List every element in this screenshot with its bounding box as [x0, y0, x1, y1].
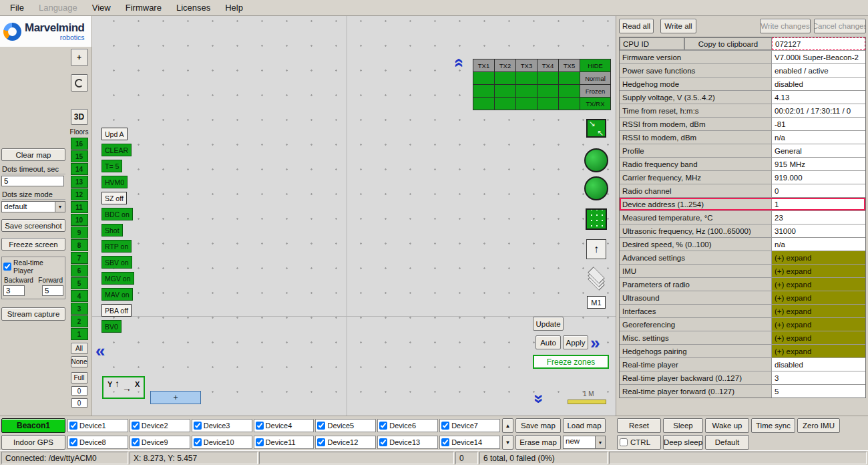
pan-right-button[interactable]: »: [590, 334, 600, 351]
layers-icon[interactable]: [584, 267, 608, 291]
add-submap-button[interactable]: +: [150, 391, 201, 404]
device-checkbox[interactable]: [69, 422, 77, 430]
devices-scroll-down-button[interactable]: ▼: [502, 435, 513, 450]
device-checkbox[interactable]: [379, 422, 387, 430]
param-value[interactable]: (+) expand: [772, 251, 865, 264]
floors-all-button[interactable]: All: [71, 343, 88, 354]
device-item[interactable]: Device5: [315, 419, 376, 432]
forward-input[interactable]: [42, 285, 63, 296]
menu-item[interactable]: Language: [31, 1, 85, 15]
pan-up-button[interactable]: »: [449, 58, 466, 67]
device-item[interactable]: Device4: [254, 419, 314, 432]
menu-item[interactable]: View: [85, 1, 118, 15]
param-value[interactable]: 3: [772, 371, 865, 384]
stream-capture-button[interactable]: Stream capture: [1, 307, 65, 321]
dots-timeout-input[interactable]: [1, 176, 64, 186]
map-action-button[interactable]: BDC on: [101, 208, 133, 220]
param-value[interactable]: -81: [772, 118, 865, 130]
map-action-button[interactable]: BV0: [101, 320, 122, 333]
auto-button[interactable]: Auto: [535, 335, 561, 349]
map-action-button[interactable]: RTP on: [101, 240, 132, 253]
param-value[interactable]: (+) expand: [772, 331, 865, 344]
device-item[interactable]: Device11: [254, 436, 314, 449]
floor-cell[interactable]: 8: [71, 239, 88, 251]
param-value[interactable]: (+) expand: [772, 305, 865, 317]
map-action-button[interactable]: Upd A: [101, 128, 128, 140]
beacon-circle-button[interactable]: [584, 176, 608, 200]
cpu-id-value[interactable]: 072127: [772, 37, 865, 50]
beacon1-button[interactable]: Beacon1: [1, 418, 65, 433]
tx-toggle-cell[interactable]: [537, 72, 558, 84]
param-value[interactable]: n/a: [772, 238, 865, 251]
device-item[interactable]: Device1: [67, 419, 128, 432]
pan-left-button[interactable]: «: [95, 342, 105, 359]
floor-cell[interactable]: 13: [71, 176, 88, 188]
indoor-gps-button[interactable]: Indoor GPS: [1, 435, 65, 450]
menu-item[interactable]: File: [3, 1, 31, 15]
pan-down-button[interactable]: »: [531, 394, 548, 404]
tx-header-cell[interactable]: TX5: [559, 59, 580, 71]
tx-txrx-button[interactable]: TX/RX: [580, 98, 610, 110]
tx-header-cell[interactable]: TX1: [473, 59, 494, 71]
beacon-circle-button[interactable]: [584, 148, 608, 172]
menu-item[interactable]: Help: [218, 1, 250, 15]
tx-toggle-cell[interactable]: [495, 85, 515, 97]
tx-header-cell[interactable]: TX4: [537, 59, 558, 71]
fit-beacons-button[interactable]: ↘ ↖: [586, 119, 606, 138]
param-value[interactable]: 919.000: [772, 171, 865, 184]
write-all-button[interactable]: Write all: [660, 19, 696, 33]
tx-toggle-cell[interactable]: [516, 85, 537, 97]
wake-up-button[interactable]: Wake up: [705, 418, 749, 433]
rotate-view-button[interactable]: [71, 74, 88, 92]
map-canvas[interactable]: Upd A CLEAR T= 5 HVM0 SZ off BDC on Shot…: [91, 16, 616, 416]
floor-cell[interactable]: 9: [71, 226, 88, 239]
device-checkbox[interactable]: [441, 422, 449, 430]
realtime-player-checkbox[interactable]: [3, 263, 11, 271]
floor-cell[interactable]: 5: [71, 277, 88, 289]
param-value[interactable]: 31000: [772, 224, 865, 237]
param-value[interactable]: n/a: [772, 131, 865, 144]
tx-hide-button[interactable]: HIDE: [580, 59, 610, 71]
map-action-button[interactable]: PBA off: [101, 304, 132, 317]
param-value[interactable]: (+) expand: [772, 318, 865, 331]
device-item[interactable]: Device9: [130, 436, 190, 449]
sleep-button[interactable]: Sleep: [663, 418, 703, 433]
zero-imu-button[interactable]: Zero IMU: [797, 418, 840, 433]
apply-button[interactable]: Apply: [563, 335, 588, 349]
tx-toggle-cell[interactable]: [559, 85, 580, 97]
map-select[interactable]: new ▼: [563, 436, 606, 449]
param-value[interactable]: (+) expand: [772, 291, 865, 304]
device-item[interactable]: Device8: [67, 436, 128, 449]
device-checkbox[interactable]: [69, 438, 77, 446]
reset-button[interactable]: Reset: [617, 418, 661, 433]
device-item[interactable]: Device7: [439, 419, 500, 432]
device-checkbox[interactable]: [194, 438, 202, 446]
3d-view-button[interactable]: 3D: [71, 109, 88, 125]
param-value[interactable]: 4.13: [772, 91, 865, 104]
tx-normal-button[interactable]: Normal: [580, 72, 610, 84]
floors-none-button[interactable]: None: [71, 356, 88, 367]
read-all-button[interactable]: Read all: [619, 19, 654, 33]
param-value[interactable]: 0: [772, 184, 865, 197]
param-value[interactable]: enabled / active: [772, 64, 865, 77]
tx-toggle-cell[interactable]: [559, 98, 580, 110]
device-item[interactable]: Device3: [192, 419, 252, 432]
chevron-down-icon[interactable]: ▼: [595, 436, 605, 448]
copy-to-clipboard-button[interactable]: Copy to clipboard: [684, 37, 772, 50]
param-value[interactable]: General: [772, 144, 865, 157]
map-action-button[interactable]: MGV on: [101, 272, 134, 285]
param-value[interactable]: 1: [772, 198, 865, 210]
update-button[interactable]: Update: [533, 317, 564, 331]
tx-frozen-button[interactable]: Frozen: [580, 85, 610, 97]
floor-cell[interactable]: 2: [71, 315, 88, 327]
floor-cell[interactable]: 15: [71, 150, 88, 162]
floor-cell[interactable]: 12: [71, 188, 88, 200]
freeze-zones-button[interactable]: Freeze zones: [533, 355, 609, 369]
floor-cell[interactable]: 11: [71, 201, 88, 213]
freeze-screen-button[interactable]: Freeze screen: [1, 238, 65, 251]
floor-cell[interactable]: 6: [71, 265, 88, 277]
device-item[interactable]: Device10: [192, 436, 252, 449]
param-value[interactable]: 23: [772, 211, 865, 224]
ctrl-checkbox[interactable]: [620, 438, 628, 446]
param-value[interactable]: 5: [772, 385, 865, 398]
